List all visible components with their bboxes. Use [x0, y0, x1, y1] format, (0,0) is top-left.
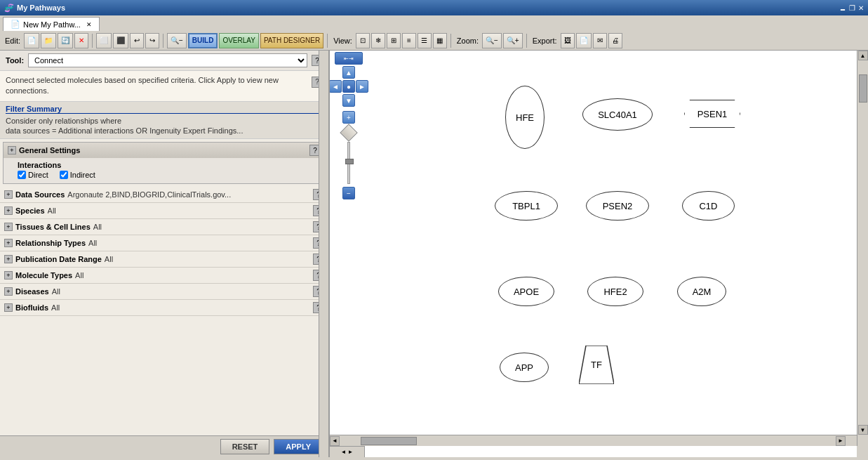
zoom-slider[interactable] — [347, 142, 350, 184]
filter-row-tissues[interactable]: + Tissues & Cell Lines All ? — [0, 219, 328, 235]
molecule-C1D[interactable]: C1D — [682, 191, 735, 221]
scroll-up-arrow[interactable]: ▲ — [858, 51, 868, 60]
diseases-value: All — [52, 287, 310, 296]
pathdesigner-btn[interactable]: PATH DESIGNER — [260, 33, 323, 48]
molecule-PSEN2[interactable]: PSEN2 — [586, 191, 649, 221]
nav-up-btn[interactable]: ▲ — [342, 66, 355, 79]
datasources-expand[interactable]: + — [4, 190, 13, 199]
filter-row-datasources[interactable]: + Data Sources Argonaute 2,BIND,BIOGRID,… — [0, 187, 328, 203]
view-list-btn[interactable]: ≡ — [402, 33, 416, 48]
delete-btn[interactable]: ✕ — [74, 33, 88, 48]
fit-diamond-btn[interactable] — [340, 124, 357, 141]
direct-checkbox[interactable] — [18, 171, 26, 179]
build-btn[interactable]: BUILD — [188, 33, 218, 48]
biofluids-expand[interactable]: + — [4, 303, 13, 312]
relationship-expand[interactable]: + — [4, 239, 13, 247]
general-settings-label: General Settings — [19, 146, 80, 155]
indirect-label: Indirect — [70, 171, 95, 179]
export-pdf-btn[interactable]: 📄 — [576, 33, 592, 48]
filter-row-pubdate[interactable]: + Publication Date Range All ? — [0, 251, 328, 268]
nav-left-btn[interactable]: ◄ — [330, 80, 342, 93]
copy-btn[interactable]: ⬜ — [96, 33, 112, 48]
canvas-nav-left-icon[interactable]: ◄ — [341, 449, 347, 455]
scroll-down-arrow[interactable]: ▼ — [858, 425, 868, 435]
nav-center-btn[interactable]: ● — [342, 80, 355, 93]
view-table-btn[interactable]: ▦ — [433, 33, 447, 48]
tab-close-icon[interactable]: ✕ — [86, 21, 92, 28]
restore-btn[interactable]: ❐ — [849, 4, 855, 12]
view-grid-btn[interactable]: ⊞ — [387, 33, 401, 48]
scroll-thumb-v[interactable] — [859, 74, 867, 103]
moltypes-value: All — [75, 271, 310, 280]
zoom-handle[interactable] — [345, 159, 354, 164]
view-fit-btn[interactable]: ⊡ — [356, 33, 370, 48]
apply-btn[interactable]: APPLY — [274, 439, 323, 454]
filter-row-species[interactable]: + Species All ? — [0, 203, 328, 219]
zoom-out-nav-btn[interactable]: − — [342, 187, 355, 199]
zoom-in-nav-btn[interactable]: + — [342, 111, 355, 124]
redo-btn[interactable]: ↪ — [145, 33, 159, 48]
tissues-name: Tissues & Cell Lines — [15, 223, 91, 231]
export-img-btn[interactable]: 🖼 — [561, 33, 575, 48]
indirect-checkbox[interactable] — [60, 171, 68, 179]
bottom-bar: RESET APPLY — [0, 435, 328, 457]
filter-summary-text: Consider only relationships wheredata so… — [6, 116, 323, 136]
filter-row-biofluids[interactable]: + Biofluids All ? — [0, 300, 328, 316]
zoom-plus-btn[interactable]: 🔍+ — [503, 33, 523, 48]
direct-checkbox-item[interactable]: Direct — [18, 171, 48, 179]
horizontal-scrollbar[interactable]: ◄ ► — [330, 435, 857, 446]
filter-row-relationship[interactable]: + Relationship Types All ? — [0, 235, 328, 251]
nav-down-btn[interactable]: ▼ — [342, 94, 355, 107]
view-snowflake-btn[interactable]: ❄ — [371, 33, 385, 48]
close-btn[interactable]: ✕ — [858, 4, 864, 12]
zoom-out-btn[interactable]: 🔍− — [167, 33, 187, 48]
minimize-btn[interactable]: 🗕 — [839, 4, 846, 12]
molecule-APP[interactable]: APP — [500, 353, 549, 382]
tool-select[interactable]: Connect — [28, 53, 307, 67]
diseases-expand[interactable]: + — [4, 287, 13, 296]
canvas-nav-right-icon[interactable]: ► — [348, 449, 354, 455]
export-print-btn[interactable]: 🖨 — [608, 33, 622, 48]
view-lines-btn[interactable]: ☰ — [418, 33, 432, 48]
export-email-btn[interactable]: ✉ — [593, 33, 607, 48]
toolbar: Edit: 📄 📁 🔄 ✕ ⬜ ⬛ ↩ ↪ 🔍− BUILD OVERLAY P… — [0, 31, 868, 51]
fit-btn-area — [342, 126, 355, 139]
export-label: Export: — [533, 37, 557, 45]
filter-row-diseases[interactable]: + Diseases All ? — [0, 284, 328, 300]
zoom-minus-btn[interactable]: 🔍− — [482, 33, 502, 48]
filter-row-moltypes[interactable]: + Molecule Types All ? — [0, 268, 328, 284]
pubdate-expand[interactable]: + — [4, 255, 13, 263]
open-btn[interactable]: 📁 — [41, 33, 56, 48]
zoom-track — [347, 142, 350, 184]
molecule-HFE2[interactable]: HFE2 — [587, 277, 643, 306]
left-panel-scrollbar[interactable] — [319, 51, 328, 457]
new-btn[interactable]: 📄 — [24, 33, 39, 48]
reset-btn[interactable]: RESET — [220, 439, 270, 454]
molecule-TF[interactable]: TF — [579, 346, 614, 384]
scroll-right-arrow[interactable]: ► — [836, 436, 846, 446]
indirect-checkbox-item[interactable]: Indirect — [60, 171, 95, 179]
moltypes-expand[interactable]: + — [4, 271, 13, 280]
general-settings-expand[interactable]: + — [8, 146, 16, 155]
tab-icon: 📄 — [11, 20, 20, 29]
paste-btn[interactable]: ⬛ — [113, 33, 128, 48]
vertical-scrollbar[interactable]: ▲ ▼ — [857, 51, 868, 446]
refresh-btn[interactable]: 🔄 — [58, 33, 73, 48]
overlay-btn[interactable]: OVERLAY — [219, 33, 259, 48]
nav-collapse-btn[interactable]: ⇤⇥ — [335, 52, 363, 65]
filter-summary: Filter Summary Consider only relationshi… — [0, 102, 328, 140]
molecule-PSEN1[interactable]: PSEN1 — [684, 100, 740, 128]
molecule-A2M[interactable]: A2M — [677, 277, 726, 306]
scroll-thumb-h[interactable] — [361, 437, 417, 445]
general-settings-header[interactable]: + General Settings ? — [4, 143, 325, 158]
tab-new-pathway[interactable]: 📄 New My Pathw... ✕ — [3, 17, 100, 31]
nav-right-btn[interactable]: ► — [356, 80, 368, 93]
species-expand[interactable]: + — [4, 206, 13, 215]
tissues-expand[interactable]: + — [4, 223, 13, 231]
molecule-APOE[interactable]: APOE — [498, 277, 554, 306]
molecule-HFE[interactable]: HFE — [505, 86, 545, 149]
scroll-left-arrow[interactable]: ◄ — [330, 436, 340, 446]
undo-btn[interactable]: ↩ — [130, 33, 144, 48]
molecule-SLC40A1[interactable]: SLC40A1 — [582, 98, 653, 131]
molecule-TBPL1[interactable]: TBPL1 — [495, 191, 558, 221]
